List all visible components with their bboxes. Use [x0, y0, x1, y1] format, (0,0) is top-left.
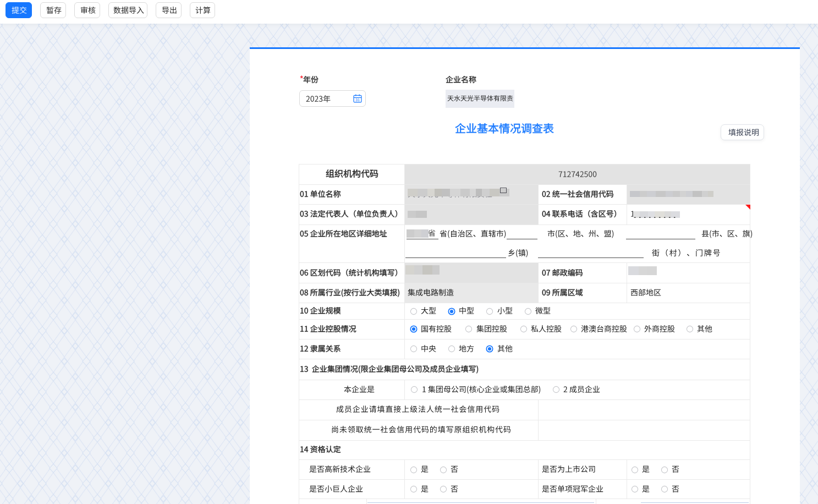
svg-text:31: 31 [355, 98, 360, 102]
